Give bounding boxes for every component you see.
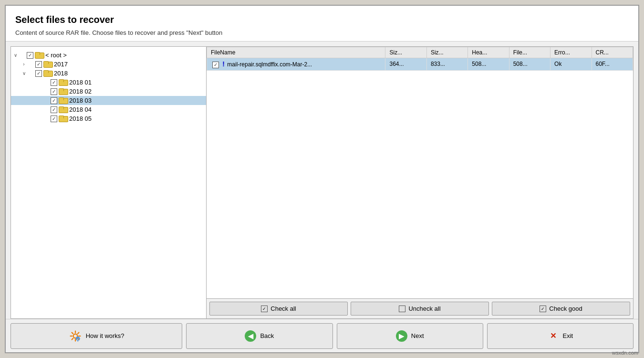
bottom-bar: How it works? ◀ Back ▶ Next ✕ Exit bbox=[6, 319, 638, 352]
checkbox-2018-02[interactable]: ✓ bbox=[51, 88, 57, 95]
file-pane: FileName Siz... Siz... Hea... File... Er… bbox=[207, 47, 633, 318]
exit-button[interactable]: ✕ Exit bbox=[487, 323, 634, 349]
check-all-button[interactable]: ✓ Check all bbox=[209, 302, 348, 316]
tree-label-2018: 2018 bbox=[54, 70, 68, 77]
back-icon: ◀ bbox=[245, 330, 256, 342]
next-button[interactable]: ▶ Next bbox=[337, 323, 483, 349]
tree-node-2018-04[interactable]: ✓ 2018 04 bbox=[11, 105, 206, 114]
col-file[interactable]: File... bbox=[509, 47, 550, 58]
tree-node-2017[interactable]: › ✓ 2017 bbox=[11, 60, 206, 69]
check-all-label: Check all bbox=[270, 305, 296, 312]
exit-label: Exit bbox=[563, 332, 573, 339]
cell-header: 508... bbox=[468, 58, 509, 71]
checkbox-2018-05[interactable]: ✓ bbox=[51, 116, 57, 122]
cell-file: 508... bbox=[509, 58, 550, 71]
tree-node-2018-01[interactable]: ✓ 2018 01 bbox=[11, 78, 206, 87]
tree-node-2018-02[interactable]: ✓ 2018 02 bbox=[11, 87, 206, 96]
main-window: Select files to recover Content of sourc… bbox=[5, 5, 639, 353]
title-area: Select files to recover Content of sourc… bbox=[6, 6, 638, 42]
subtitle: Content of source RAR file. Choose files… bbox=[15, 29, 629, 36]
watermark: wsxdn.com bbox=[612, 350, 638, 356]
col-header[interactable]: Hea... bbox=[468, 47, 509, 58]
tree-node-2018-03[interactable]: ✓ 2018 03 bbox=[11, 96, 206, 105]
page-title: Select files to recover bbox=[15, 14, 629, 25]
back-label: Back bbox=[260, 332, 274, 339]
checkbox-2018-03[interactable]: ✓ bbox=[51, 97, 57, 104]
row-checkbox[interactable]: ✓ bbox=[212, 62, 219, 68]
check-good-button[interactable]: ✓ Check good bbox=[492, 302, 630, 316]
expand-2018-icon[interactable]: ∨ bbox=[21, 70, 27, 77]
checkbox-2018[interactable]: ✓ bbox=[35, 70, 42, 77]
checkbox-root[interactable]: ✓ bbox=[27, 52, 33, 59]
col-crc[interactable]: CR... bbox=[592, 47, 633, 58]
cell-size1: 364... bbox=[385, 58, 426, 71]
expand-root-icon[interactable]: ∨ bbox=[12, 52, 19, 59]
warning-icon: ! bbox=[222, 60, 225, 68]
back-button[interactable]: ◀ Back bbox=[186, 323, 332, 349]
col-filename[interactable]: FileName bbox=[207, 47, 385, 58]
check-good-icon: ✓ bbox=[540, 305, 546, 312]
folder-2018-03-icon bbox=[59, 97, 67, 104]
folder-2018-04-icon bbox=[59, 106, 67, 113]
tree-node-root[interactable]: ∨ ✓ < root > bbox=[11, 51, 206, 60]
tree-label-2018-03: 2018 03 bbox=[69, 97, 92, 104]
uncheck-all-label: Uncheck all bbox=[408, 305, 440, 312]
how-it-works-label: How it works? bbox=[86, 332, 125, 339]
tree-label-2018-05: 2018 05 bbox=[69, 115, 92, 122]
tree-label-2017: 2017 bbox=[54, 61, 68, 68]
content-area: ∨ ✓ < root > › ✓ 2017 ∨ ✓ 2018 bbox=[10, 46, 634, 319]
folder-2018-icon bbox=[43, 70, 52, 77]
check-all-icon: ✓ bbox=[261, 305, 268, 312]
table-row[interactable]: ✓ ! mail-repair.sqlmdffix.com-Mar-2... 3… bbox=[207, 58, 633, 71]
cell-filename: ✓ ! mail-repair.sqlmdffix.com-Mar-2... bbox=[207, 58, 385, 71]
uncheck-all-button[interactable]: Uncheck all bbox=[351, 302, 489, 316]
folder-2018-01-icon bbox=[59, 79, 67, 86]
check-good-label: Check good bbox=[549, 305, 582, 312]
cell-error: Ok bbox=[551, 58, 592, 71]
tree-node-2018-05[interactable]: ✓ 2018 05 bbox=[11, 114, 206, 123]
tree-label-2018-04: 2018 04 bbox=[69, 106, 92, 113]
checkbox-2017[interactable]: ✓ bbox=[35, 61, 42, 68]
folder-2017-icon bbox=[43, 61, 52, 68]
folder-2018-05-icon bbox=[59, 116, 67, 122]
tree-label-2018-02: 2018 02 bbox=[69, 88, 92, 95]
tree-pane: ∨ ✓ < root > › ✓ 2017 ∨ ✓ 2018 bbox=[11, 47, 207, 318]
folder-2018-02-icon bbox=[59, 88, 67, 95]
file-actions: ✓ Check all Uncheck all ✓ Check good bbox=[207, 298, 633, 318]
gear-icon bbox=[69, 329, 82, 343]
checkbox-2018-04[interactable]: ✓ bbox=[51, 106, 57, 113]
next-icon: ▶ bbox=[396, 330, 407, 342]
col-size2[interactable]: Siz... bbox=[426, 47, 467, 58]
col-size1[interactable]: Siz... bbox=[385, 47, 426, 58]
file-table-wrap: FileName Siz... Siz... Hea... File... Er… bbox=[207, 47, 633, 298]
uncheck-all-icon bbox=[399, 305, 405, 312]
expand-2017-icon[interactable]: › bbox=[21, 61, 27, 68]
cell-crc: 60F... bbox=[592, 58, 633, 71]
exit-icon: ✕ bbox=[548, 330, 559, 342]
tree-label-2018-01: 2018 01 bbox=[69, 79, 92, 86]
tree-label-root: < root > bbox=[45, 52, 67, 59]
how-it-works-button[interactable]: How it works? bbox=[10, 323, 182, 349]
checkbox-2018-01[interactable]: ✓ bbox=[51, 79, 57, 86]
tree-node-2018[interactable]: ∨ ✓ 2018 bbox=[11, 69, 206, 78]
file-table: FileName Siz... Siz... Hea... File... Er… bbox=[207, 47, 633, 71]
cell-size2: 833... bbox=[426, 58, 467, 71]
col-error[interactable]: Erro... bbox=[551, 47, 592, 58]
folder-root-icon bbox=[35, 52, 43, 59]
next-label: Next bbox=[411, 332, 424, 339]
